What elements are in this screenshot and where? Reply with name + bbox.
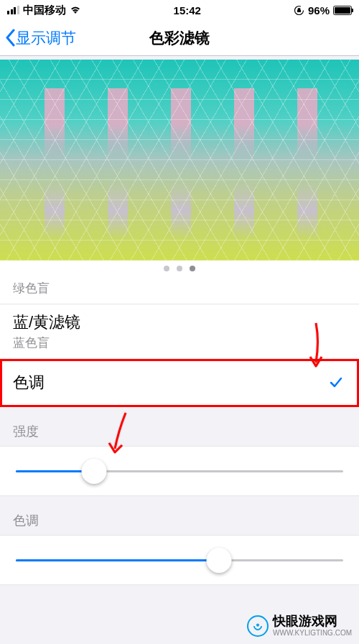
filter-options-list: 绿色盲 蓝/黄滤镜 蓝色盲 色调: [0, 276, 359, 407]
status-left: 中国移动: [7, 4, 81, 17]
dot[interactable]: [177, 266, 182, 271]
signal-icon: [7, 6, 19, 15]
intensity-slider[interactable]: [16, 459, 343, 482]
option-sub: 绿色盲: [13, 280, 346, 297]
battery-icon: [333, 6, 352, 15]
dot[interactable]: [164, 266, 169, 271]
hue-header: 色调: [0, 496, 359, 535]
dot-active[interactable]: [190, 266, 195, 271]
option-title: 色调: [13, 372, 346, 393]
wifi-icon: [70, 6, 81, 14]
checkmark-icon: [329, 375, 343, 390]
nav-bar: 显示调节 色彩滤镜: [0, 20, 359, 56]
option-blue-yellow-filter[interactable]: 蓝/黄滤镜 蓝色盲: [0, 304, 359, 359]
page-indicator: [0, 261, 359, 276]
orientation-lock-icon: [294, 5, 304, 16]
slider-thumb[interactable]: [82, 459, 107, 484]
back-button[interactable]: 显示调节: [0, 28, 76, 48]
option-sub: 蓝色盲: [13, 335, 346, 351]
watermark: 快眼游戏网 WWW.KYLIGTING.COM: [247, 615, 352, 637]
carrier-label: 中国移动: [23, 4, 66, 17]
status-right: 96%: [294, 4, 352, 17]
intensity-slider-row: [0, 446, 359, 496]
option-green-blind[interactable]: 绿色盲: [0, 276, 359, 304]
watermark-name: 快眼游戏网: [273, 615, 352, 629]
option-tint[interactable]: 色调: [0, 359, 359, 407]
chevron-left-icon: [4, 29, 16, 47]
hue-slider-row: [0, 535, 359, 585]
slider-thumb[interactable]: [206, 548, 231, 573]
back-label: 显示调节: [16, 28, 76, 48]
hue-slider[interactable]: [16, 549, 343, 571]
status-bar: 中国移动 15:42 96%: [0, 0, 359, 20]
status-time: 15:42: [174, 4, 201, 17]
watermark-logo-icon: [247, 615, 269, 637]
battery-percent: 96%: [308, 4, 330, 17]
intensity-header: 强度: [0, 407, 359, 446]
option-title: 蓝/黄滤镜: [13, 312, 346, 333]
watermark-url: WWW.KYLIGTING.COM: [273, 629, 352, 637]
color-preview-carousel[interactable]: [0, 60, 359, 261]
